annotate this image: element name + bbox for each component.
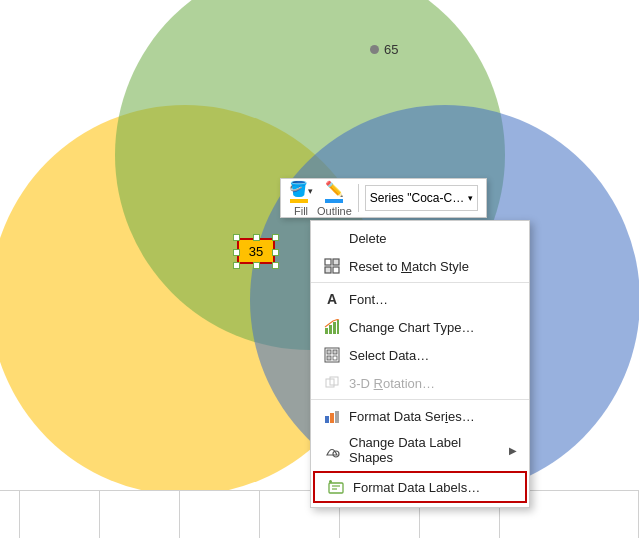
reset-icon bbox=[323, 257, 341, 275]
font-icon: A bbox=[323, 290, 341, 308]
3d-rotation-label: 3-D Rotation… bbox=[349, 376, 517, 391]
floating-toolbar: 🪣 ▾ Fill ✏️ Outline Series "Coca-C… ▾ bbox=[280, 178, 487, 218]
outline-icon[interactable]: ✏️ bbox=[325, 180, 344, 203]
cell-2[interactable] bbox=[100, 491, 180, 538]
context-menu: Delete Reset to Match Style A Font… Chan… bbox=[310, 220, 530, 508]
svg-rect-22 bbox=[329, 483, 343, 493]
change-data-label-shapes-label: Change Data Label Shapes bbox=[349, 435, 501, 465]
selection-handle-ml bbox=[233, 249, 240, 256]
menu-item-select-data[interactable]: Select Data… bbox=[311, 341, 529, 369]
svg-rect-20 bbox=[335, 411, 339, 423]
svg-rect-19 bbox=[330, 413, 334, 423]
cell-1[interactable] bbox=[20, 491, 100, 538]
svg-rect-3 bbox=[325, 259, 331, 265]
label-65: 65 bbox=[370, 42, 398, 57]
selection-handle-br bbox=[272, 262, 279, 269]
outline-label: Outline bbox=[317, 205, 352, 217]
selection-handle-tl bbox=[233, 234, 240, 241]
svg-rect-9 bbox=[333, 322, 336, 334]
menu-item-delete[interactable]: Delete bbox=[311, 224, 529, 252]
svg-rect-8 bbox=[329, 325, 332, 334]
selection-handle-tr bbox=[272, 234, 279, 241]
fill-dropdown-arrow[interactable]: ▾ bbox=[308, 186, 313, 196]
selection-handle-mr bbox=[272, 249, 279, 256]
select-data-icon bbox=[323, 346, 341, 364]
selection-handle-bl bbox=[233, 262, 240, 269]
svg-rect-5 bbox=[325, 267, 331, 273]
svg-rect-6 bbox=[333, 267, 339, 273]
separator-2 bbox=[311, 399, 529, 400]
series-selector[interactable]: Series "Coca-C… ▾ bbox=[365, 185, 478, 211]
fill-tool[interactable]: 🪣 ▾ Fill bbox=[289, 180, 313, 217]
cell-3[interactable] bbox=[180, 491, 260, 538]
change-data-label-shapes-icon bbox=[323, 441, 341, 459]
fill-icon[interactable]: 🪣 bbox=[289, 180, 308, 203]
menu-item-format-data-labels[interactable]: Format Data Labels… bbox=[313, 471, 527, 503]
svg-rect-10 bbox=[337, 320, 339, 334]
outline-color-bar bbox=[325, 199, 343, 203]
font-label: Font… bbox=[349, 292, 517, 307]
series-selector-text: Series "Coca-C… bbox=[370, 191, 464, 205]
svg-rect-4 bbox=[333, 259, 339, 265]
svg-rect-14 bbox=[327, 356, 331, 360]
row-header bbox=[0, 491, 20, 538]
format-data-series-icon bbox=[323, 407, 341, 425]
svg-point-25 bbox=[329, 480, 332, 483]
selected-label-value: 35 bbox=[249, 244, 263, 259]
select-data-label: Select Data… bbox=[349, 348, 517, 363]
fill-color-bar bbox=[290, 199, 308, 203]
menu-item-change-data-label-shapes[interactable]: Change Data Label Shapes ▶ bbox=[311, 430, 529, 470]
series-dropdown-arrow: ▾ bbox=[468, 193, 473, 203]
selected-data-label[interactable]: 35 bbox=[237, 238, 275, 264]
svg-rect-18 bbox=[325, 416, 329, 423]
format-data-series-label: Format Data Series… bbox=[349, 409, 517, 424]
selection-handle-tc bbox=[253, 234, 260, 241]
selection-handle-bc bbox=[253, 262, 260, 269]
svg-rect-12 bbox=[327, 350, 331, 354]
change-chart-type-label: Change Chart Type… bbox=[349, 320, 517, 335]
format-data-labels-icon bbox=[327, 478, 345, 496]
svg-rect-15 bbox=[333, 356, 337, 360]
menu-item-reset[interactable]: Reset to Match Style bbox=[311, 252, 529, 280]
delete-icon bbox=[323, 229, 341, 247]
label-65-text: 65 bbox=[384, 42, 398, 57]
menu-item-font[interactable]: A Font… bbox=[311, 285, 529, 313]
submenu-arrow: ▶ bbox=[509, 445, 517, 456]
change-chart-type-icon bbox=[323, 318, 341, 336]
separator-1 bbox=[311, 282, 529, 283]
menu-item-change-chart-type[interactable]: Change Chart Type… bbox=[311, 313, 529, 341]
dot-65-icon bbox=[370, 45, 379, 54]
reset-label: Reset to Match Style bbox=[349, 259, 517, 274]
svg-rect-7 bbox=[325, 328, 328, 334]
svg-rect-13 bbox=[333, 350, 337, 354]
fill-label: Fill bbox=[294, 205, 308, 217]
menu-item-format-data-series[interactable]: Format Data Series… bbox=[311, 402, 529, 430]
format-data-labels-label: Format Data Labels… bbox=[353, 480, 513, 495]
outline-tool[interactable]: ✏️ Outline bbox=[317, 180, 352, 217]
delete-label: Delete bbox=[349, 231, 517, 246]
3d-rotation-icon bbox=[323, 374, 341, 392]
toolbar-divider bbox=[358, 184, 359, 212]
menu-item-3d-rotation[interactable]: 3-D Rotation… bbox=[311, 369, 529, 397]
